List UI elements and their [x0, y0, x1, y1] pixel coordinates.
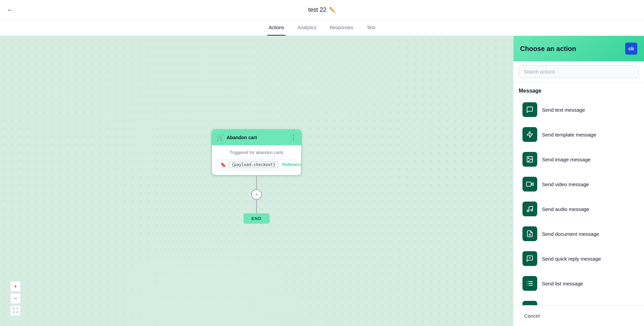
action-send-document[interactable]: Send document message — [519, 222, 639, 246]
action-send-audio[interactable]: Send audio message — [519, 197, 639, 221]
send-audio-label: Send audio message — [542, 206, 589, 212]
panel-close-button[interactable]: cb — [625, 43, 637, 55]
svg-point-2 — [528, 158, 529, 159]
back-button[interactable]: ← — [7, 6, 13, 14]
zoom-in-button[interactable]: + — [10, 281, 21, 292]
edit-icon[interactable]: ✏️ — [329, 7, 336, 13]
cart-icon: 🛒 — [217, 133, 224, 141]
reference-link[interactable]: Reference — [282, 162, 302, 167]
action-send-catalog[interactable]: Send catalog message — [519, 296, 639, 305]
send-document-icon — [522, 226, 537, 241]
add-node-button[interactable]: × — [251, 189, 262, 200]
search-input[interactable] — [519, 65, 639, 78]
svg-rect-4 — [526, 182, 531, 186]
node-reference-row: 🔖 {payload.checkout} Reference — [217, 159, 296, 170]
tab-analytics[interactable]: Analytics — [296, 20, 318, 36]
tab-responses[interactable]: Responses — [328, 20, 355, 36]
send-image-label: Send image message — [542, 157, 591, 162]
send-quick-reply-label: Send quick reply message — [542, 256, 601, 262]
send-list-label: Send list message — [542, 281, 583, 286]
right-panel: Choose an action cb Message Send text me… — [513, 36, 644, 326]
section-label-message: Message — [519, 88, 639, 94]
svg-marker-0 — [527, 131, 533, 138]
node-header-left: 🛒 Abandon cart — [217, 133, 257, 141]
send-quick-reply-icon — [522, 251, 537, 266]
panel-header: Choose an action cb — [513, 36, 644, 61]
cancel-button[interactable]: Cancel — [519, 310, 545, 321]
node-description: Triggered for abandon carts — [217, 150, 296, 155]
action-send-quick-reply[interactable]: Send quick reply message — [519, 247, 639, 270]
svg-point-6 — [531, 209, 533, 211]
header: ← test 22 ✏️ — [0, 0, 644, 20]
node-body: Triggered for abandon carts 🔖 {payload.c… — [212, 145, 301, 175]
send-audio-icon — [522, 202, 537, 216]
send-document-label: Send document message — [542, 231, 599, 237]
flow-canvas[interactable]: + − ⛶ 🛒 Abandon cart ⋮ Triggered for aba… — [0, 36, 513, 326]
zoom-out-button[interactable]: − — [10, 293, 21, 304]
flow-container: 🛒 Abandon cart ⋮ Triggered for abandon c… — [211, 129, 302, 223]
send-list-icon — [522, 276, 537, 291]
send-video-icon — [522, 177, 537, 192]
svg-marker-3 — [531, 182, 533, 185]
node-menu-button[interactable]: ⋮ — [290, 133, 296, 141]
payload-tag: {payload.checkout} — [229, 161, 278, 168]
send-template-icon — [522, 127, 537, 142]
action-send-image[interactable]: Send image message — [519, 148, 639, 171]
header-title-area: test 22 ✏️ — [308, 6, 336, 13]
send-video-label: Send video message — [542, 181, 589, 187]
abandon-cart-node[interactable]: 🛒 Abandon cart ⋮ Triggered for abandon c… — [211, 129, 302, 175]
send-catalog-icon — [522, 301, 537, 305]
action-send-list[interactable]: Send list message — [519, 272, 639, 295]
page-title: test 22 — [308, 6, 326, 13]
action-send-template[interactable]: Send template message — [519, 123, 639, 146]
tabs-bar: Actions Analytics Responses Test — [0, 20, 644, 36]
panel-title: Choose an action — [520, 45, 576, 53]
end-node: END — [243, 213, 270, 223]
send-text-label: Send text message — [542, 107, 585, 113]
node-header: 🛒 Abandon cart ⋮ — [212, 129, 301, 145]
node-title: Abandon cart — [227, 134, 257, 140]
connector-line-1 — [256, 175, 257, 189]
send-image-icon — [522, 152, 537, 167]
tab-test[interactable]: Test — [365, 20, 377, 36]
action-send-video[interactable]: Send video message — [519, 172, 639, 196]
fit-screen-button[interactable]: ⛶ — [10, 305, 21, 316]
action-send-text[interactable]: Send text message — [519, 98, 639, 121]
tab-actions[interactable]: Actions — [267, 20, 285, 36]
main-content: + − ⛶ 🛒 Abandon cart ⋮ Triggered for aba… — [0, 36, 644, 326]
zoom-controls: + − ⛶ — [10, 281, 21, 316]
panel-footer: Cancel — [513, 305, 644, 326]
panel-search-area — [513, 61, 644, 83]
connector-line-2 — [256, 200, 257, 213]
send-text-icon — [522, 102, 537, 117]
bookmark-icon: 🔖 — [220, 162, 226, 167]
svg-point-5 — [527, 210, 529, 212]
panel-content: Message Send text message Send template … — [513, 83, 644, 305]
send-template-label: Send template message — [542, 132, 596, 138]
